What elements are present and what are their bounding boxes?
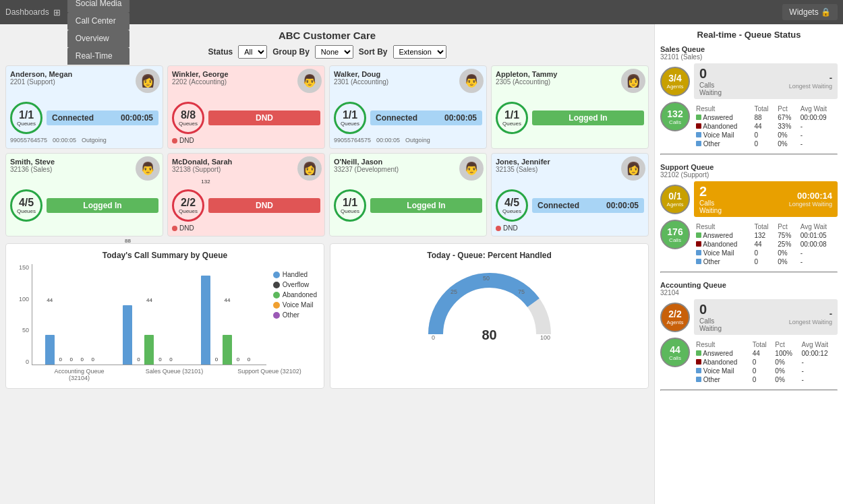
svg-text:25: 25 xyxy=(450,288,457,295)
gauge-chart-title: Today - Queue: Percent Handled xyxy=(337,251,641,260)
svg-text:50: 50 xyxy=(483,275,490,282)
result-row: Answered 44 100% 00:00:12 xyxy=(694,349,838,358)
svg-text:100: 100 xyxy=(540,334,550,341)
avatar: 👩 xyxy=(136,69,160,93)
calls-circle: 132 Calls xyxy=(660,102,690,131)
queue-name: Sales Queue xyxy=(660,45,838,53)
queue-section: Accounting Queue 32104 2/2 Agents 0 Call… xyxy=(660,281,838,391)
queue-badge: 4/5 Queues xyxy=(10,189,42,222)
agents-circle: 0/1 Agents xyxy=(660,185,690,214)
queue-section: Support Queue 32102 (Support) 0/1 Agents… xyxy=(660,163,838,273)
gauge-chart-panel: Today - Queue: Percent Handled 0 25 50 7… xyxy=(330,243,649,389)
result-row: Voice Mail 0 0% - xyxy=(694,249,838,257)
bar-group: 44 0 0 0 0 xyxy=(39,335,104,365)
agents-circle: 3/4 Agents xyxy=(660,67,690,96)
filter-bar: Status All Group By None Sort By Extensi… xyxy=(5,45,649,59)
sort-by-label: Sort By xyxy=(359,47,388,57)
result-row: Answered 132 75% 00:01:05 xyxy=(694,231,838,240)
avatar: 👨 xyxy=(297,69,322,93)
queue-id: 32102 (Support) xyxy=(660,171,838,179)
agent-card: Winkler, George 2202 (Accounting) 👨 8/8 … xyxy=(167,65,325,149)
legend-item: Overflow xyxy=(273,281,317,288)
status-bar: Logged In xyxy=(47,198,158,213)
legend-item: Voice Mail xyxy=(273,301,317,309)
agent-card: Appleton, Tammy 2305 (Accounting) 👩 1/1 … xyxy=(491,65,649,149)
agent-body: 2/2 Queues DND xyxy=(172,189,320,222)
queue-name: Support Queue xyxy=(660,163,838,171)
agent-card: Jones, Jennifer 32135 (Sales) 👩 4/5 Queu… xyxy=(491,153,649,237)
queue-badge: 8/8 Queues xyxy=(172,102,204,134)
agent-body: 1/1 Queues Logged In xyxy=(334,189,482,222)
queue-stats-row: 2/2 Agents 0 CallsWaiting - Longest Wait… xyxy=(660,299,838,335)
agent-body: 1/1 Queues Logged In xyxy=(496,102,644,134)
sort-by-select[interactable]: Extension xyxy=(393,45,446,59)
y-axis: 150100500 xyxy=(13,264,32,365)
agent-card: Anderson, Megan 2201 (Support) 👩 1/1 Que… xyxy=(5,65,163,149)
queue-badge: 2/2 Queues xyxy=(172,189,204,222)
result-row: Abandoned 44 25% 00:00:08 xyxy=(694,240,838,249)
dnd-indicator: DND xyxy=(496,224,644,232)
calls-circle: 44 Calls xyxy=(660,338,690,367)
agent-card: O'Neill, Jason 33237 (Development) 👨 1/1… xyxy=(329,153,487,237)
agent-grid: Anderson, Megan 2201 (Support) 👩 1/1 Que… xyxy=(5,65,649,237)
agent-body: 4/5 Queues Connected00:00:05 xyxy=(496,189,644,222)
right-panel: Real-time - Queue Status Sales Queue 321… xyxy=(654,24,843,504)
status-bar: DND xyxy=(208,111,320,125)
agent-body: 8/8 Queues DND xyxy=(172,102,320,134)
result-table: ResultTotalPctAvg Wait Answered 88 67% 0… xyxy=(694,104,838,148)
status-label: Status xyxy=(208,47,233,57)
nav-tab-social-media[interactable]: Social Media xyxy=(67,0,130,12)
grid-icon: ⊞ xyxy=(53,7,61,18)
queue-status-block: 0 CallsWaiting - Longest Waiting xyxy=(694,63,838,99)
gauge-value: 80 xyxy=(482,327,496,343)
avatar: 👨 xyxy=(459,156,484,181)
status-select[interactable]: All xyxy=(238,45,267,59)
agent-card: Smith, Steve 32136 (Sales) 👨 4/5 Queues … xyxy=(5,153,163,237)
calls-circle: 176 Calls xyxy=(660,220,690,249)
queue-name: Accounting Queue xyxy=(660,281,838,289)
result-row: Abandoned 44 33% - xyxy=(694,122,838,131)
legend-item: Abandoned xyxy=(273,291,317,298)
nav-bar: Dashboards ⊞ DashboardSalesSocial MediaC… xyxy=(0,0,843,24)
agent-footer: 9905576457500:00:05Outgoing xyxy=(10,137,158,144)
agents-circle: 2/2 Agents xyxy=(660,303,690,332)
avatar: 👨 xyxy=(459,69,484,93)
widgets-button[interactable]: Widgets 🔒 xyxy=(782,4,838,20)
result-row: Voice Mail 0 0% - xyxy=(694,131,838,139)
queue-id: 32104 xyxy=(660,289,838,296)
agent-footer: 9905576457500:00:05Outgoing xyxy=(334,137,482,144)
dnd-indicator: DND xyxy=(172,137,320,144)
bar-group: 132 0 44 0 0 xyxy=(195,276,260,365)
status-bar: Connected00:00:05 xyxy=(532,198,644,213)
result-row: Abandoned 0 0% - xyxy=(694,358,838,367)
agent-card: McDonald, Sarah 32138 (Support) 👩 2/2 Qu… xyxy=(167,153,325,237)
agent-body: 1/1 Queues Connected00:00:05 xyxy=(334,102,482,134)
calls-row: 44 Calls ResultTotalPctAvg Wait Answered… xyxy=(660,338,838,384)
gauge-container: 0 25 50 75 100 80 xyxy=(337,267,641,343)
result-row: Other 0 0% - xyxy=(694,139,838,148)
avatar: 👨 xyxy=(136,156,160,181)
legend-item: Other xyxy=(273,311,317,319)
x-axis-label: Sales Queue (32101) xyxy=(127,368,222,381)
svg-text:75: 75 xyxy=(518,288,525,295)
agent-body: 1/1 Queues Connected00:00:05 xyxy=(10,102,158,134)
agent-card: Walker, Doug 2301 (Accounting) 👨 1/1 Que… xyxy=(329,65,487,149)
queue-badge: 1/1 Queues xyxy=(10,102,42,134)
left-panel: ABC Customer Care Status All Group By No… xyxy=(0,24,654,504)
status-bar: Logged In xyxy=(532,111,644,125)
queue-badge: 1/1 Queues xyxy=(334,189,366,222)
dnd-indicator: DND xyxy=(172,224,320,232)
group-by-select[interactable]: None xyxy=(315,45,353,59)
queue-badge: 1/1 Queues xyxy=(496,102,528,134)
bar-chart-title: Today's Call Summary by Queue xyxy=(13,251,317,260)
page-title: ABC Customer Care xyxy=(5,30,649,41)
status-bar: Logged In xyxy=(370,198,482,213)
bar: 44 xyxy=(223,335,232,365)
result-row: Other 0 0% - xyxy=(694,257,838,266)
x-axis-label: Support Queue (32102) xyxy=(222,368,317,381)
agent-body: 4/5 Queues Logged In xyxy=(10,189,158,222)
rp-title: Real-time - Queue Status xyxy=(660,30,838,40)
bar-chart-legend: HandledOverflowAbandonedVoice MailOther xyxy=(273,264,317,365)
bar-group: 88 0 44 0 0 xyxy=(117,305,182,365)
status-bar: Connected00:00:05 xyxy=(47,111,158,125)
